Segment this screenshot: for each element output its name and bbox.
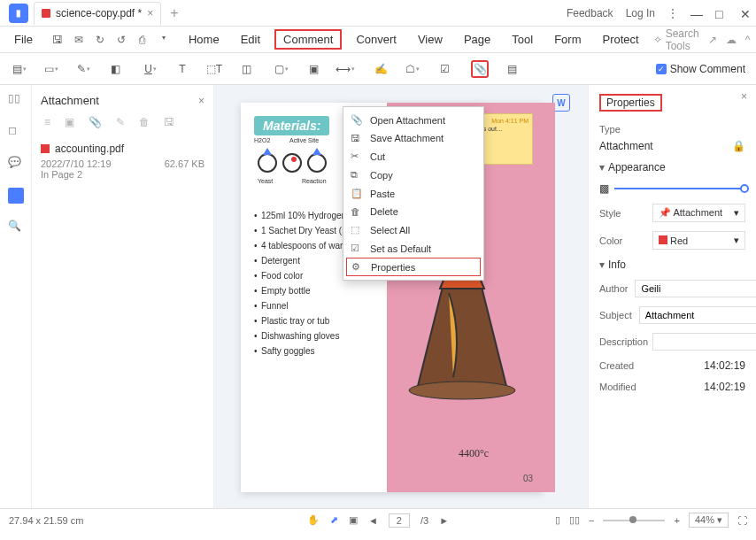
subject-input[interactable] [639, 306, 756, 324]
save-icon[interactable]: 🖫 [50, 34, 65, 46]
menu-comment[interactable]: Comment [274, 29, 342, 50]
text-icon[interactable]: T [174, 60, 191, 78]
minimize-icon[interactable]: — [690, 7, 703, 19]
attachments-icon[interactable] [8, 188, 24, 204]
ctx-save-attachment[interactable]: 🖫Save Attachment [343, 129, 483, 147]
prev-page-icon[interactable]: ◄ [368, 515, 378, 526]
word-badge-icon[interactable]: W [552, 94, 570, 112]
menu-file[interactable]: File [7, 29, 40, 50]
stamp-icon[interactable]: ▣ [305, 60, 322, 78]
document-tab[interactable]: science-copy.pdf * × [34, 2, 161, 25]
mail-icon[interactable]: ✉ [72, 34, 86, 46]
undo-icon[interactable]: ↺ [114, 34, 128, 46]
caret-down-icon[interactable]: ▾ [599, 258, 605, 271]
menu-convert[interactable]: Convert [349, 29, 404, 50]
ctx-delete[interactable]: 🗑Delete [343, 203, 483, 220]
measure-icon[interactable]: ⟷▾ [336, 60, 354, 78]
list-icon[interactable]: ≡ [44, 116, 50, 128]
clip-icon[interactable]: 📎 [89, 116, 102, 128]
page-input[interactable]: 2 [389, 513, 410, 528]
zoom-in-icon[interactable]: + [674, 515, 679, 526]
next-page-icon[interactable]: ► [439, 515, 449, 526]
props-close-icon[interactable]: × [741, 90, 747, 103]
kebab-icon[interactable]: ⋮ [667, 7, 678, 19]
menu-view[interactable]: View [411, 29, 450, 50]
zoom-out-icon[interactable]: − [589, 515, 594, 526]
clip-icon: 📎 [351, 114, 363, 126]
show-comment-toggle[interactable]: ✓ Show Comment [656, 63, 745, 75]
comments-icon[interactable]: 💬 [8, 156, 24, 172]
page-layout-icon[interactable]: ▯ [555, 514, 560, 526]
description-input[interactable] [652, 333, 756, 351]
feedback-link[interactable]: Feedback [567, 7, 613, 19]
bookmarks-icon[interactable]: ◻ [8, 124, 24, 140]
style-select[interactable]: 📌 Attachment▾ [652, 204, 745, 222]
search-input[interactable]: ✧ Search Tools [653, 27, 699, 52]
note-icon[interactable]: ▤▾ [11, 60, 28, 78]
menu-home[interactable]: Home [181, 29, 227, 50]
ctx-cut[interactable]: ✂Cut [343, 147, 483, 166]
zoom-select[interactable]: 44% ▾ [689, 513, 729, 528]
two-page-icon[interactable]: ▯▯ [569, 514, 580, 526]
save-att-icon[interactable]: 🖫 [164, 116, 174, 128]
menu-edit[interactable]: Edit [234, 29, 267, 50]
attachment-icon[interactable]: 📎 [471, 60, 489, 78]
search-icon[interactable]: 🔍 [8, 220, 24, 235]
opacity-slider[interactable]: ▩ [599, 182, 745, 195]
caret-icon[interactable]: ^ [745, 34, 751, 46]
chevron-down-icon[interactable]: ▾ [157, 34, 171, 46]
ctx-copy[interactable]: ⧉Copy [343, 166, 483, 184]
caret-down-icon[interactable]: ▾ [599, 161, 605, 174]
type-label: Type [599, 124, 745, 135]
shape-icon[interactable]: ▢▾ [273, 60, 290, 78]
approval-icon[interactable]: ☑ [436, 60, 453, 78]
app-icon: ▮ [9, 4, 28, 23]
panel-close-icon[interactable]: × [198, 95, 204, 107]
modified-label: Modified [599, 382, 645, 392]
attachment-item[interactable]: accounting.pdf 2022/7/10 12:1962.67 KB I… [41, 137, 204, 185]
comment-list-icon[interactable]: ▤ [503, 60, 521, 78]
fit-icon[interactable]: ▣ [349, 514, 358, 526]
context-menu: 📎Open Attachment 🖫Save Attachment ✂Cut ⧉… [343, 106, 484, 281]
select-tool-icon[interactable]: ⬈ [330, 514, 338, 526]
ctx-set-default[interactable]: ☑Set as Default [343, 239, 483, 258]
color-select[interactable]: Red▾ [652, 231, 745, 250]
login-link[interactable]: Log In [626, 7, 655, 19]
delete-icon[interactable]: 🗑 [139, 116, 150, 128]
edit-icon[interactable]: ✎ [116, 116, 125, 128]
ctx-properties[interactable]: ⚙Properties [346, 258, 481, 276]
lock-icon[interactable]: 🔒 [732, 140, 745, 152]
menu-tool[interactable]: Tool [505, 29, 540, 50]
hand-tool-icon[interactable]: ✋ [307, 514, 320, 526]
highlight-icon[interactable]: ▭▾ [42, 60, 60, 78]
cloud-icon[interactable]: ☁ [726, 34, 737, 46]
tab-add-icon[interactable]: + [170, 5, 178, 21]
author-input[interactable] [635, 280, 756, 297]
menu-page[interactable]: Page [457, 29, 498, 50]
fullscreen-icon[interactable]: ⛶ [737, 515, 747, 526]
zoom-slider[interactable] [603, 520, 665, 521]
underline-icon[interactable]: U▾ [142, 60, 159, 78]
menu-form[interactable]: Form [547, 29, 588, 50]
menu-protect[interactable]: Protect [595, 29, 645, 50]
pencil-icon[interactable]: ✎▾ [74, 60, 92, 78]
label-reaction: Reaction [302, 178, 327, 184]
thumbnails-icon[interactable]: ▯▯ [8, 92, 24, 108]
tab-close-icon[interactable]: × [147, 7, 153, 19]
signature-icon[interactable]: ✍ [372, 60, 390, 78]
ctx-paste[interactable]: 📋Paste [343, 184, 483, 203]
share-icon[interactable]: ↗ [708, 34, 717, 46]
ctx-select-all[interactable]: ⬚Select All [343, 220, 483, 239]
callout-icon[interactable]: ◫ [237, 60, 255, 78]
document-canvas[interactable]: W Materials: H2O2 Active Site Yeast Reac… [214, 85, 588, 508]
stamp2-icon[interactable]: ☖▾ [404, 60, 421, 78]
ctx-open-attachment[interactable]: 📎Open Attachment [343, 111, 483, 129]
eraser-icon[interactable]: ◧ [106, 60, 124, 78]
close-icon[interactable]: ✕ [740, 7, 752, 19]
maximize-icon[interactable]: □ [715, 7, 728, 19]
textbox-icon[interactable]: ⬚T [205, 60, 223, 78]
panel-title: Attachment [41, 94, 99, 107]
redo-icon[interactable]: ↻ [93, 34, 107, 46]
print-icon[interactable]: ⎙ [135, 34, 150, 46]
add-icon[interactable]: ▣ [65, 116, 74, 128]
